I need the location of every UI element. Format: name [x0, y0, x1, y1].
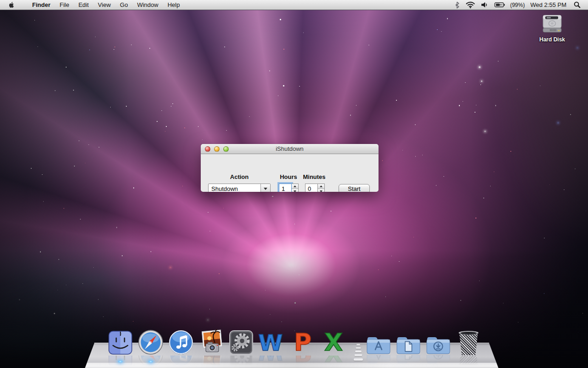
trash-icon	[458, 331, 479, 355]
battery-menu-extra[interactable]	[492, 0, 507, 10]
menu-item-file[interactable]: File	[55, 0, 74, 10]
dock-divider	[353, 344, 364, 362]
start-button[interactable]: Start	[339, 184, 370, 192]
menu-item-edit[interactable]: Edit	[74, 0, 93, 10]
zoom-button[interactable]	[223, 146, 229, 152]
action-dropdown[interactable]: Shutdown	[208, 184, 271, 192]
dock-item-trash[interactable]	[458, 331, 479, 355]
hard-disk-icon	[541, 13, 564, 35]
bluetooth-icon	[455, 1, 459, 9]
bluetooth-menu-extra[interactable]	[453, 0, 461, 10]
dock-item-system-preferences[interactable]	[229, 330, 254, 355]
dock-item-word[interactable]: W W	[258, 328, 283, 355]
hard-disk-label: Hard Disk	[535, 36, 570, 43]
downloads-folder-icon	[425, 334, 452, 355]
arrow-up-icon	[320, 185, 322, 187]
hours-step-down-button[interactable]	[292, 189, 298, 192]
menu-item-help[interactable]: Help	[163, 0, 185, 10]
minutes-step-down-button[interactable]	[318, 189, 324, 192]
window-titlebar[interactable]: iShutdown	[201, 144, 379, 154]
dock-item-documents-folder[interactable]	[395, 334, 422, 355]
close-button[interactable]	[205, 146, 210, 152]
minutes-input[interactable]: 0	[305, 184, 318, 192]
wifi-menu-extra[interactable]	[464, 0, 477, 10]
menu-item-view[interactable]: View	[93, 0, 115, 10]
menu-bar: Finder File Edit View Go Window Help	[0, 0, 588, 10]
hours-input[interactable]: 1	[279, 184, 292, 192]
menu-bar-clock[interactable]: Wed 2:55 PM	[527, 1, 569, 8]
arrow-up-icon	[294, 185, 296, 187]
window-body: Action Hours Minutes Shutdown 1 0 Start	[201, 154, 379, 192]
hours-label: Hours	[278, 173, 299, 180]
minutes-label: Minutes	[301, 173, 327, 180]
ishutdown-window: iShutdown Action Hours Minutes Shutdown …	[201, 144, 379, 192]
spotlight-icon	[574, 1, 581, 8]
desktop: Finder File Edit View Go Window Help	[0, 0, 588, 368]
action-dropdown-arrow-button[interactable]	[260, 184, 270, 192]
window-title: iShutdown	[276, 145, 304, 152]
itunes-icon	[169, 329, 193, 355]
powerpoint-icon: P	[291, 328, 315, 355]
word-icon: W	[258, 328, 283, 355]
dock-item-powerpoint[interactable]: P P	[291, 328, 315, 355]
menu-item-finder[interactable]: Finder	[28, 0, 55, 10]
hard-disk-desktop-icon[interactable]: Hard Disk	[535, 13, 570, 43]
hours-stepper	[292, 184, 299, 192]
menu-item-window[interactable]: Window	[132, 0, 163, 10]
arrow-down-icon	[294, 190, 296, 192]
dock-item-safari[interactable]	[138, 329, 163, 355]
dock-item-finder[interactable]	[108, 330, 132, 355]
spotlight-menu-extra[interactable]	[572, 0, 582, 10]
minimize-button[interactable]	[214, 146, 220, 152]
svg-text:W: W	[259, 330, 283, 355]
minutes-stepper	[318, 184, 325, 192]
arrow-down-icon	[320, 190, 322, 192]
safari-icon	[138, 329, 163, 355]
dock-item-applications-folder[interactable]	[365, 334, 392, 355]
finder-icon	[108, 330, 132, 355]
action-dropdown-value: Shutdown	[209, 184, 260, 192]
documents-folder-icon	[395, 334, 422, 355]
apple-menu[interactable]	[0, 1, 22, 9]
chevron-down-icon	[264, 188, 267, 190]
dock-item-excel[interactable]: X X	[322, 328, 345, 355]
system-preferences-icon	[229, 330, 254, 355]
volume-icon	[481, 2, 488, 8]
battery-percent: (99%)	[510, 2, 525, 8]
battery-icon	[494, 2, 505, 8]
finder-running-indicator	[118, 360, 123, 363]
action-label: Action	[208, 173, 271, 180]
dock-item-image-capture[interactable]	[198, 329, 224, 355]
dock-item-itunes[interactable]	[169, 329, 193, 355]
safari-running-indicator	[148, 360, 153, 363]
apple-logo	[8, 1, 16, 9]
minutes-step-up-button[interactable]	[318, 184, 324, 189]
excel-icon: X	[322, 328, 345, 355]
image-capture-icon	[198, 329, 224, 355]
svg-text:X: X	[324, 328, 343, 355]
svg-text:P: P	[294, 328, 311, 355]
applications-folder-icon	[365, 334, 392, 355]
dock-item-downloads-folder[interactable]	[425, 334, 452, 355]
hours-step-up-button[interactable]	[292, 184, 298, 189]
menu-item-go[interactable]: Go	[115, 0, 132, 10]
wifi-icon	[466, 1, 475, 8]
volume-menu-extra[interactable]	[480, 0, 490, 10]
